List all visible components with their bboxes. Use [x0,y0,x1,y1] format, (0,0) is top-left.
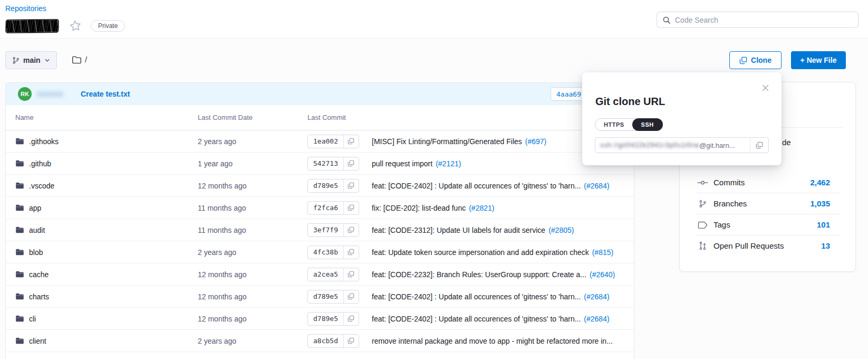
last-commit-date: 11 months ago [198,226,307,234]
commit-sha[interactable]: 1ea002 [308,135,343,148]
file-name: charts [29,292,49,301]
table-row[interactable]: blob 2 years ago 4fc38b feat: Update tok… [6,241,634,263]
file-name: audit [29,226,45,234]
commit-sha[interactable]: f2fca6 [308,202,343,214]
table-row[interactable]: audit 11 months ago 3ef7f9 feat: [CODE-2… [6,219,634,241]
stat-value[interactable]: 101 [817,220,830,229]
pr-number-link[interactable]: (#2805) [548,226,574,234]
tab-ssh[interactable]: SSH [632,118,663,131]
table-row[interactable]: cli 12 months ago d789e5 feat: [CODE-240… [6,308,634,330]
popover-title: Git clone URL [595,96,665,108]
table-row[interactable]: client 2 years ago a8cb5d remove interna… [6,330,634,352]
table-row[interactable]: .vscode 12 months ago d789e5 feat: [CODE… [6,175,634,197]
stat-value[interactable]: 13 [821,241,830,250]
column-header-commit: Last Commit [307,114,372,121]
copy-url-icon[interactable] [750,138,768,153]
commit-sha[interactable]: d789e5 [308,180,343,192]
commit-message[interactable]: feat: [CODE-2232]: Branch Rules: UserGro… [372,270,586,279]
last-commit-date: 1 year ago [198,159,307,168]
folder-icon [15,270,24,278]
table-header: Name Last Commit Date Last Commit [6,105,634,130]
clone-url-input[interactable]: ssh://git0422k2941r3p0s1t0rw @git.harn..… [595,137,769,153]
copy-icon[interactable] [343,135,359,148]
folder-icon [15,248,24,256]
folder-icon [15,292,24,300]
search-input[interactable] [675,16,853,24]
commit-sha[interactable]: d789e5 [308,290,343,303]
clone-icon [739,56,747,64]
commit-sha[interactable]: 3ef7f9 [308,224,343,237]
copy-icon[interactable] [343,335,359,347]
commit-message[interactable]: feat: [CODE-2402] : Update all occurence… [372,315,581,323]
table-row[interactable]: charts 12 months ago d789e5 feat: [CODE-… [6,286,634,308]
pr-number-link[interactable]: (#2640) [590,270,615,279]
pr-number-link[interactable]: (#697) [525,137,546,146]
latest-commit-banner: RK Create test.txt 4aaa69 [6,83,634,105]
path-root[interactable]: / [85,55,87,64]
clone-url-value: ssh://git0422k2941r3p0s1t0rw @git.harn..… [595,138,750,153]
stat-value[interactable]: 2,462 [810,178,830,187]
clone-button[interactable]: Clone [729,51,782,69]
commit-message[interactable]: feat: [CODE-2312]: Update UI labels for … [372,226,545,234]
pr-number-link[interactable]: (#2121) [436,159,461,168]
git-branch-icon [697,200,708,208]
copy-icon[interactable] [343,290,359,303]
branch-name: main [23,56,41,64]
git-clone-popover: Git clone URL HTTPS SSH ssh://git0422k29… [582,72,782,165]
file-name: cli [29,315,36,323]
folder-icon [15,337,24,345]
branch-selector[interactable]: main [5,51,57,69]
table-row[interactable]: app 11 months ago f2fca6 fix: [CDE-202]:… [6,197,634,219]
commit-message[interactable]: [MISC] Fix Linting/Formatting/Generated … [372,137,522,146]
copy-icon[interactable] [343,268,359,281]
file-rows: .githooks 2 years ago 1ea002 [MISC] Fix … [6,130,634,352]
copy-icon[interactable] [343,180,359,192]
pr-number-link[interactable]: (#2684) [584,315,609,323]
redacted-clone-url: ssh://git0422k2941r3p0s1t0rw [600,141,699,149]
close-icon[interactable] [760,83,770,92]
copy-icon[interactable] [343,224,359,237]
new-file-button[interactable]: + New File [791,51,846,69]
commit-message[interactable]: feat: [CODE-2402] : Update all occurence… [372,182,581,190]
clone-url-suffix: @git.harn... [699,141,735,149]
copy-icon[interactable] [343,157,359,170]
latest-commit-link[interactable]: Create test.txt [81,90,130,98]
stat-tags: Tags 101 [680,214,855,235]
commit-sha-chip: d789e5 [307,290,359,304]
commit-sha[interactable]: 4fc38b [308,246,343,259]
commit-sha-chip: 4fc38b [307,245,359,259]
star-icon[interactable] [67,18,84,33]
column-header-name: Name [15,114,198,121]
table-row[interactable]: .githooks 2 years ago 1ea002 [MISC] Fix … [6,130,634,153]
commit-message[interactable]: feat: [CODE-2402] : Update all occurence… [372,292,581,301]
code-search-box[interactable] [657,12,859,28]
commit-message[interactable]: pull request import [372,159,432,168]
git-commit-icon [697,180,708,186]
commit-sha[interactable]: d789e5 [308,313,343,325]
table-row[interactable]: cache 12 months ago a2cea5 feat: [CODE-2… [6,263,634,286]
commit-message[interactable]: feat: Update token source impersonation … [372,248,589,257]
folder-icon [15,159,24,167]
stat-value[interactable]: 1,035 [810,199,830,208]
pr-number-link[interactable]: (#2684) [584,182,609,190]
tab-https[interactable]: HTTPS [595,119,633,130]
repo-title-line: Private [6,19,125,33]
commit-sha[interactable]: 542713 [308,157,343,170]
folder-icon [15,182,24,190]
last-commit-date: 12 months ago [198,315,307,323]
last-commit-date: 2 years ago [198,137,307,146]
breadcrumb-repositories[interactable]: Repositories [5,4,46,13]
commit-sha[interactable]: a2cea5 [308,268,343,281]
copy-icon[interactable] [343,313,359,325]
commit-message[interactable]: fix: [CDE-202]: list-dead func [372,204,466,212]
table-row[interactable]: .github 1 year ago 542713 pull request i… [6,153,634,175]
pr-number-link[interactable]: (#2821) [469,204,494,212]
copy-icon[interactable] [343,202,359,214]
commit-sha[interactable]: a8cb5d [308,335,343,347]
pr-number-link[interactable]: (#2684) [584,292,609,301]
folder-path-icon [72,55,82,64]
commit-message[interactable]: remove internal package and move to app … [372,337,613,345]
commit-sha-chip: 542713 [307,157,359,171]
copy-icon[interactable] [343,246,359,259]
pr-number-link[interactable]: (#815) [592,248,613,257]
